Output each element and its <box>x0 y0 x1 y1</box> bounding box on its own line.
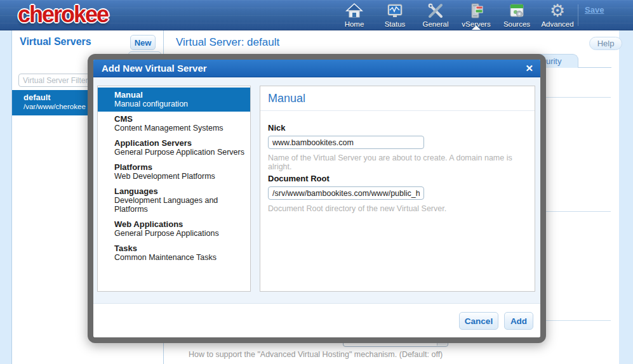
nav-item-label: vServers <box>462 20 490 28</box>
menu-item-title: Web Applications <box>114 219 245 229</box>
top-navbar: cherokee Home <box>0 0 633 30</box>
nav-item-vservers[interactable]: vServers <box>458 2 494 28</box>
status-monitor-icon <box>386 2 404 20</box>
modal-footer: Cancel Add <box>93 303 540 337</box>
page-title: Virtual Server: default <box>176 36 279 49</box>
menu-item-title: Tasks <box>114 244 245 253</box>
nav-item-label: Status <box>385 20 406 28</box>
document-root-help-text: Document Root directory of the new Virtu… <box>268 204 446 213</box>
nav-item-label: Home <box>345 20 364 28</box>
nav-item-general[interactable]: General <box>418 2 453 28</box>
menu-item-application-servers[interactable]: Application Servers General Purpose Appl… <box>98 136 250 160</box>
document-root-input[interactable] <box>268 186 424 200</box>
nav-divider <box>578 4 578 26</box>
menu-item-cms[interactable]: CMS Content Management Systems <box>98 112 250 136</box>
menu-item-subtitle: Development Languages and Platforms <box>114 196 245 214</box>
nav-item-label: Sources <box>503 20 530 28</box>
save-link[interactable]: Save <box>585 5 604 15</box>
menu-item-languages[interactable]: Languages Development Languages and Plat… <box>98 184 250 217</box>
menu-item-title: Application Servers <box>114 138 245 148</box>
add-button[interactable]: Add <box>504 312 533 330</box>
sidebar-title: Virtual Servers <box>20 36 91 48</box>
menu-item-tasks[interactable]: Tasks Common Maintenance Tasks <box>98 241 250 265</box>
manual-config-panel: Manual Nick Name of the Virtual Server y… <box>260 86 535 292</box>
document-root-field-group: Document Root Document Root directory of… <box>268 174 446 213</box>
sources-icon <box>508 2 526 20</box>
nick-input[interactable] <box>268 136 424 149</box>
close-icon[interactable]: ✕ <box>525 60 533 77</box>
modal-title: Add New Virtual Server <box>102 63 207 74</box>
document-root-label: Document Root <box>268 174 446 183</box>
menu-item-manual[interactable]: Manual Manual configuration <box>98 88 250 112</box>
gear-icon: ⚙ <box>550 2 565 20</box>
modal-title-bar: Add New Virtual Server ✕ <box>93 60 540 77</box>
menu-item-subtitle: Common Maintenance Tasks <box>114 253 245 262</box>
menu-item-subtitle: General Purpose Applications <box>114 229 245 238</box>
nav-item-status[interactable]: Status <box>377 2 413 28</box>
menu-item-platforms[interactable]: Platforms Web Development Platforms <box>98 160 250 184</box>
menu-item-title: CMS <box>114 114 245 124</box>
nick-help-text: Name of the Virtual Server you are about… <box>268 153 535 171</box>
wizard-category-menu: Manual Manual configuration CMS Content … <box>97 86 251 292</box>
nav-item-sources[interactable]: Sources <box>499 2 535 28</box>
menu-item-web-applications[interactable]: Web Applications General Purpose Applica… <box>98 217 250 241</box>
menu-item-subtitle: Content Management Systems <box>114 124 245 133</box>
tools-icon <box>427 2 444 20</box>
nav-item-label: Advanced <box>541 20 573 28</box>
help-button[interactable]: Help <box>589 37 622 50</box>
nav-item-advanced[interactable]: ⚙ Advanced <box>540 2 575 28</box>
cherokee-admin-app: cherokee Home <box>0 0 633 364</box>
menu-item-title: Languages <box>114 186 245 196</box>
panel-heading: Manual <box>260 86 535 111</box>
menu-item-title: Platforms <box>114 162 245 172</box>
menu-item-subtitle: General Purpose Application Servers <box>114 148 245 157</box>
cancel-button[interactable]: Cancel <box>459 312 498 330</box>
method-help-text: How to support the "Advanced Virtual Hos… <box>189 350 443 359</box>
nav-item-label: General <box>423 20 449 28</box>
menu-item-subtitle: Manual configuration <box>114 100 245 108</box>
nav-items: Home Status <box>336 2 575 28</box>
menu-item-title: Manual <box>114 90 245 100</box>
cherokee-logo: cherokee <box>18 1 108 28</box>
nick-label: Nick <box>268 123 535 133</box>
home-icon <box>345 2 363 20</box>
nav-item-home[interactable]: Home <box>336 2 372 28</box>
vservers-icon <box>467 2 485 20</box>
new-virtual-server-button[interactable]: New <box>130 35 156 50</box>
add-virtual-server-modal: Add New Virtual Server ✕ Manual Manual c… <box>88 54 546 343</box>
nick-field-group: Nick Name of the Virtual Server you are … <box>268 123 535 171</box>
modal-body: Manual Manual configuration CMS Content … <box>93 77 540 303</box>
menu-item-subtitle: Web Development Platforms <box>114 172 245 181</box>
